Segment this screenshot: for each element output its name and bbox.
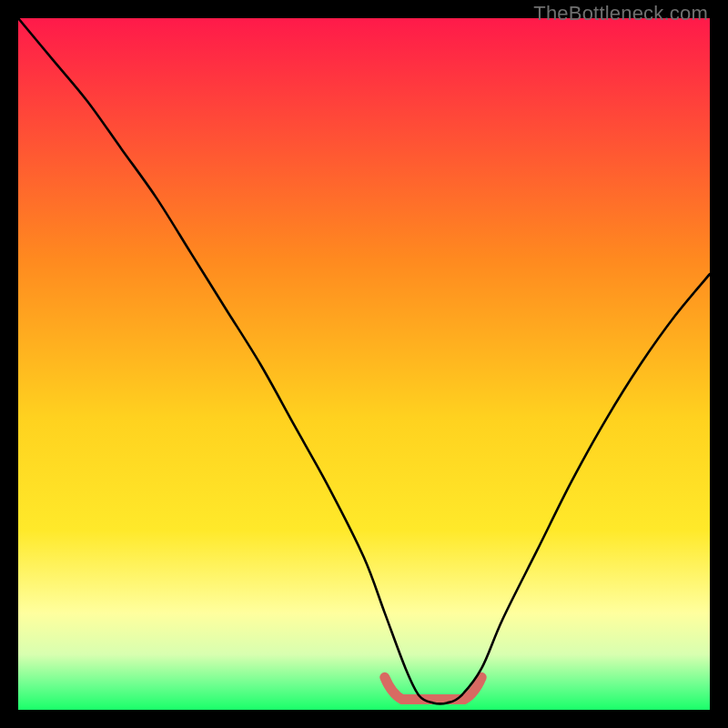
chart-frame — [18, 18, 710, 710]
bottleneck-curve — [18, 18, 710, 703]
watermark-text: TheBottleneck.com — [533, 2, 708, 25]
chart-overlay — [18, 18, 710, 710]
